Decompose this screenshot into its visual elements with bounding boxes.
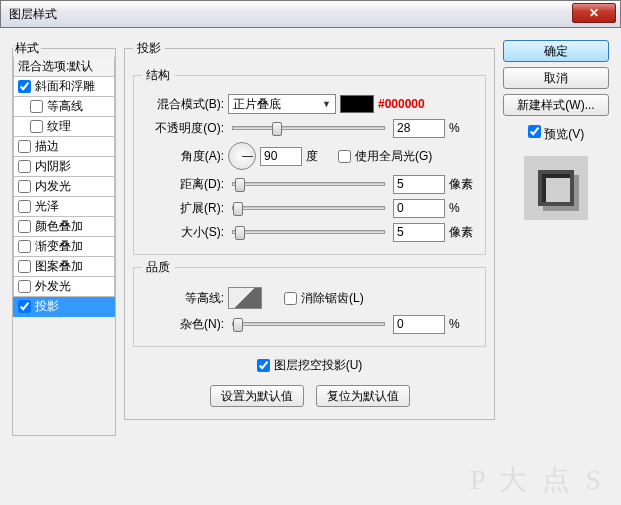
knockout-label: 图层挖空投影(U) [274, 357, 363, 374]
structure-fieldset: 结构 混合模式(B): 正片叠底 #000000 不透明度(O): % 角度(A… [133, 67, 486, 255]
style-checkbox[interactable] [18, 200, 31, 213]
styles-fieldset: 样式 混合选项:默认 斜面和浮雕 等高线 纹理 描边 内阴影 内发光 光泽 颜色… [12, 40, 116, 436]
make-default-button[interactable]: 设置为默认值 [210, 385, 304, 407]
styles-column: 样式 混合选项:默认 斜面和浮雕 等高线 纹理 描边 内阴影 内发光 光泽 颜色… [12, 40, 116, 495]
slider-thumb[interactable] [235, 226, 245, 240]
cancel-button[interactable]: 取消 [503, 67, 609, 89]
style-checkbox[interactable] [18, 140, 31, 153]
slider-thumb[interactable] [233, 202, 243, 216]
style-checkbox[interactable] [30, 100, 43, 113]
new-style-button[interactable]: 新建样式(W)... [503, 94, 609, 116]
distance-label: 距离(D): [142, 176, 224, 193]
degree-unit: 度 [306, 148, 334, 165]
slider-thumb[interactable] [272, 122, 282, 136]
spread-input[interactable] [393, 199, 445, 218]
contour-picker[interactable] [228, 287, 262, 309]
style-satin[interactable]: 光泽 [13, 197, 115, 217]
noise-label: 杂色(N): [142, 316, 224, 333]
preview-checkbox[interactable] [528, 125, 541, 138]
watermark: P 大 点 S [470, 461, 605, 499]
slider-thumb[interactable] [233, 318, 243, 332]
style-bevel[interactable]: 斜面和浮雕 [13, 77, 115, 97]
ok-button[interactable]: 确定 [503, 40, 609, 62]
size-slider[interactable] [232, 230, 385, 234]
structure-legend: 结构 [142, 67, 174, 84]
quality-legend: 品质 [142, 259, 174, 276]
noise-slider[interactable] [232, 322, 385, 326]
size-label: 大小(S): [142, 224, 224, 241]
style-checkbox[interactable] [30, 120, 43, 133]
style-contour[interactable]: 等高线 [13, 97, 115, 117]
titlebar: 图层样式 ✕ [0, 0, 621, 28]
knockout-checkbox[interactable] [257, 359, 270, 372]
style-checkbox[interactable] [18, 160, 31, 173]
percent-unit: % [449, 201, 477, 215]
drop-shadow-legend: 投影 [133, 40, 165, 57]
close-button[interactable]: ✕ [572, 3, 616, 23]
style-checkbox[interactable] [18, 260, 31, 273]
style-stroke[interactable]: 描边 [13, 137, 115, 157]
global-light-checkbox[interactable] [338, 150, 351, 163]
style-gradient-overlay[interactable]: 渐变叠加 [13, 237, 115, 257]
style-texture[interactable]: 纹理 [13, 117, 115, 137]
style-checkbox[interactable] [18, 300, 31, 313]
preview-box [524, 156, 588, 220]
style-checkbox[interactable] [18, 280, 31, 293]
style-inner-shadow[interactable]: 内阴影 [13, 157, 115, 177]
shadow-color-hex: #000000 [378, 97, 425, 111]
angle-input[interactable] [260, 147, 302, 166]
opacity-label: 不透明度(O): [142, 120, 224, 137]
preview-thumbnail [538, 170, 574, 206]
preview-label: 预览(V) [544, 127, 584, 141]
percent-unit: % [449, 317, 477, 331]
styles-legend: 样式 [13, 40, 41, 57]
drop-shadow-fieldset: 投影 结构 混合模式(B): 正片叠底 #000000 不透明度(O): % 角… [124, 40, 495, 420]
contour-label: 等高线: [142, 290, 224, 307]
close-icon: ✕ [589, 6, 599, 20]
distance-slider[interactable] [232, 182, 385, 186]
spread-slider[interactable] [232, 206, 385, 210]
settings-column: 投影 结构 混合模式(B): 正片叠底 #000000 不透明度(O): % 角… [124, 40, 495, 495]
distance-input[interactable] [393, 175, 445, 194]
antialias-checkbox[interactable] [284, 292, 297, 305]
reset-default-button[interactable]: 复位为默认值 [316, 385, 410, 407]
px-unit: 像素 [449, 176, 477, 193]
size-input[interactable] [393, 223, 445, 242]
blend-mode-label: 混合模式(B): [142, 96, 224, 113]
percent-unit: % [449, 121, 477, 135]
action-column: 确定 取消 新建样式(W)... 预览(V) [503, 40, 609, 495]
px-unit: 像素 [449, 224, 477, 241]
style-outer-glow[interactable]: 外发光 [13, 277, 115, 297]
style-pattern-overlay[interactable]: 图案叠加 [13, 257, 115, 277]
angle-dial[interactable] [228, 142, 256, 170]
slider-thumb[interactable] [235, 178, 245, 192]
style-drop-shadow[interactable]: 投影 [13, 297, 115, 317]
global-light-label: 使用全局光(G) [355, 148, 432, 165]
opacity-input[interactable] [393, 119, 445, 138]
window-title: 图层样式 [9, 6, 57, 23]
opacity-slider[interactable] [232, 126, 385, 130]
quality-fieldset: 品质 等高线: 消除锯齿(L) 杂色(N): % [133, 259, 486, 347]
blend-options-row[interactable]: 混合选项:默认 [13, 57, 115, 77]
shadow-color-swatch[interactable] [340, 95, 374, 113]
angle-label: 角度(A): [142, 148, 224, 165]
style-color-overlay[interactable]: 颜色叠加 [13, 217, 115, 237]
style-checkbox[interactable] [18, 220, 31, 233]
noise-input[interactable] [393, 315, 445, 334]
blend-mode-combo[interactable]: 正片叠底 [228, 94, 336, 114]
style-checkbox[interactable] [18, 80, 31, 93]
style-checkbox[interactable] [18, 180, 31, 193]
spread-label: 扩展(R): [142, 200, 224, 217]
dialog-body: 样式 混合选项:默认 斜面和浮雕 等高线 纹理 描边 内阴影 内发光 光泽 颜色… [12, 40, 609, 495]
style-checkbox[interactable] [18, 240, 31, 253]
antialias-label: 消除锯齿(L) [301, 290, 364, 307]
style-inner-glow[interactable]: 内发光 [13, 177, 115, 197]
